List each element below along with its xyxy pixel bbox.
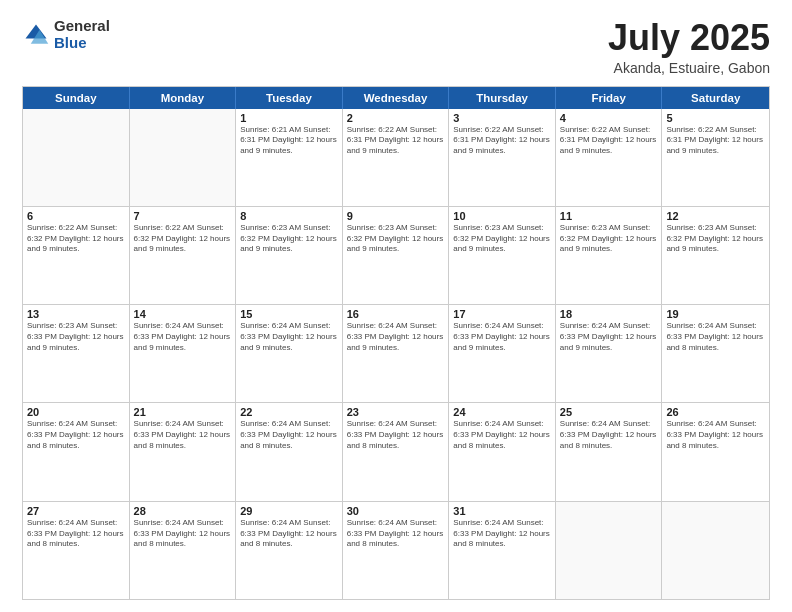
calendar: SundayMondayTuesdayWednesdayThursdayFrid…	[22, 86, 770, 600]
day-info: Sunrise: 6:24 AM Sunset: 6:33 PM Dayligh…	[560, 321, 658, 353]
day-cell-10: 10Sunrise: 6:23 AM Sunset: 6:32 PM Dayli…	[449, 207, 556, 304]
day-cell-9: 9Sunrise: 6:23 AM Sunset: 6:32 PM Daylig…	[343, 207, 450, 304]
day-info: Sunrise: 6:23 AM Sunset: 6:32 PM Dayligh…	[453, 223, 551, 255]
day-number: 9	[347, 210, 445, 222]
day-cell-5: 5Sunrise: 6:22 AM Sunset: 6:31 PM Daylig…	[662, 109, 769, 206]
logo-icon	[22, 21, 50, 49]
header-day-tuesday: Tuesday	[236, 87, 343, 109]
day-info: Sunrise: 6:24 AM Sunset: 6:33 PM Dayligh…	[453, 321, 551, 353]
header-day-sunday: Sunday	[23, 87, 130, 109]
day-cell-16: 16Sunrise: 6:24 AM Sunset: 6:33 PM Dayli…	[343, 305, 450, 402]
day-number: 11	[560, 210, 658, 222]
day-number: 16	[347, 308, 445, 320]
calendar-week-2: 6Sunrise: 6:22 AM Sunset: 6:32 PM Daylig…	[23, 206, 769, 304]
day-cell-21: 21Sunrise: 6:24 AM Sunset: 6:33 PM Dayli…	[130, 403, 237, 500]
day-number: 2	[347, 112, 445, 124]
day-number: 19	[666, 308, 765, 320]
day-cell-13: 13Sunrise: 6:23 AM Sunset: 6:33 PM Dayli…	[23, 305, 130, 402]
day-cell-26: 26Sunrise: 6:24 AM Sunset: 6:33 PM Dayli…	[662, 403, 769, 500]
day-info: Sunrise: 6:24 AM Sunset: 6:33 PM Dayligh…	[347, 518, 445, 550]
day-cell-23: 23Sunrise: 6:24 AM Sunset: 6:33 PM Dayli…	[343, 403, 450, 500]
day-number: 25	[560, 406, 658, 418]
logo: General Blue	[22, 18, 110, 51]
day-cell-31: 31Sunrise: 6:24 AM Sunset: 6:33 PM Dayli…	[449, 502, 556, 599]
day-number: 8	[240, 210, 338, 222]
day-number: 26	[666, 406, 765, 418]
day-cell-2: 2Sunrise: 6:22 AM Sunset: 6:31 PM Daylig…	[343, 109, 450, 206]
page: General Blue July 2025 Akanda, Estuaire,…	[0, 0, 792, 612]
logo-general: General	[54, 17, 110, 34]
day-number: 29	[240, 505, 338, 517]
day-cell-30: 30Sunrise: 6:24 AM Sunset: 6:33 PM Dayli…	[343, 502, 450, 599]
calendar-week-5: 27Sunrise: 6:24 AM Sunset: 6:33 PM Dayli…	[23, 501, 769, 599]
day-cell-27: 27Sunrise: 6:24 AM Sunset: 6:33 PM Dayli…	[23, 502, 130, 599]
day-cell-29: 29Sunrise: 6:24 AM Sunset: 6:33 PM Dayli…	[236, 502, 343, 599]
day-number: 30	[347, 505, 445, 517]
header: General Blue July 2025 Akanda, Estuaire,…	[22, 18, 770, 76]
day-info: Sunrise: 6:22 AM Sunset: 6:31 PM Dayligh…	[453, 125, 551, 157]
day-number: 12	[666, 210, 765, 222]
day-info: Sunrise: 6:24 AM Sunset: 6:33 PM Dayligh…	[666, 321, 765, 353]
header-day-wednesday: Wednesday	[343, 87, 450, 109]
day-info: Sunrise: 6:24 AM Sunset: 6:33 PM Dayligh…	[666, 419, 765, 451]
day-number: 7	[134, 210, 232, 222]
title-block: July 2025 Akanda, Estuaire, Gabon	[608, 18, 770, 76]
day-cell-6: 6Sunrise: 6:22 AM Sunset: 6:32 PM Daylig…	[23, 207, 130, 304]
day-info: Sunrise: 6:23 AM Sunset: 6:32 PM Dayligh…	[560, 223, 658, 255]
day-info: Sunrise: 6:24 AM Sunset: 6:33 PM Dayligh…	[240, 321, 338, 353]
day-cell-24: 24Sunrise: 6:24 AM Sunset: 6:33 PM Dayli…	[449, 403, 556, 500]
day-cell-12: 12Sunrise: 6:23 AM Sunset: 6:32 PM Dayli…	[662, 207, 769, 304]
empty-cell	[556, 502, 663, 599]
empty-cell	[662, 502, 769, 599]
day-info: Sunrise: 6:22 AM Sunset: 6:32 PM Dayligh…	[27, 223, 125, 255]
header-day-saturday: Saturday	[662, 87, 769, 109]
day-number: 22	[240, 406, 338, 418]
day-number: 1	[240, 112, 338, 124]
day-info: Sunrise: 6:21 AM Sunset: 6:31 PM Dayligh…	[240, 125, 338, 157]
calendar-week-1: 1Sunrise: 6:21 AM Sunset: 6:31 PM Daylig…	[23, 109, 769, 206]
day-number: 23	[347, 406, 445, 418]
day-cell-25: 25Sunrise: 6:24 AM Sunset: 6:33 PM Dayli…	[556, 403, 663, 500]
day-number: 4	[560, 112, 658, 124]
day-cell-15: 15Sunrise: 6:24 AM Sunset: 6:33 PM Dayli…	[236, 305, 343, 402]
month-year: July 2025	[608, 18, 770, 58]
day-number: 20	[27, 406, 125, 418]
day-number: 13	[27, 308, 125, 320]
day-number: 18	[560, 308, 658, 320]
day-number: 31	[453, 505, 551, 517]
day-info: Sunrise: 6:24 AM Sunset: 6:33 PM Dayligh…	[453, 518, 551, 550]
logo-text: General Blue	[54, 18, 110, 51]
day-cell-4: 4Sunrise: 6:22 AM Sunset: 6:31 PM Daylig…	[556, 109, 663, 206]
header-day-friday: Friday	[556, 87, 663, 109]
day-cell-22: 22Sunrise: 6:24 AM Sunset: 6:33 PM Dayli…	[236, 403, 343, 500]
day-info: Sunrise: 6:23 AM Sunset: 6:33 PM Dayligh…	[27, 321, 125, 353]
day-number: 27	[27, 505, 125, 517]
day-info: Sunrise: 6:24 AM Sunset: 6:33 PM Dayligh…	[240, 419, 338, 451]
day-cell-7: 7Sunrise: 6:22 AM Sunset: 6:32 PM Daylig…	[130, 207, 237, 304]
location: Akanda, Estuaire, Gabon	[608, 60, 770, 76]
day-info: Sunrise: 6:23 AM Sunset: 6:32 PM Dayligh…	[666, 223, 765, 255]
day-info: Sunrise: 6:24 AM Sunset: 6:33 PM Dayligh…	[453, 419, 551, 451]
day-info: Sunrise: 6:24 AM Sunset: 6:33 PM Dayligh…	[347, 321, 445, 353]
day-cell-19: 19Sunrise: 6:24 AM Sunset: 6:33 PM Dayli…	[662, 305, 769, 402]
day-number: 14	[134, 308, 232, 320]
logo-blue: Blue	[54, 34, 87, 51]
day-number: 10	[453, 210, 551, 222]
day-cell-20: 20Sunrise: 6:24 AM Sunset: 6:33 PM Dayli…	[23, 403, 130, 500]
day-info: Sunrise: 6:24 AM Sunset: 6:33 PM Dayligh…	[27, 518, 125, 550]
day-info: Sunrise: 6:24 AM Sunset: 6:33 PM Dayligh…	[240, 518, 338, 550]
day-number: 6	[27, 210, 125, 222]
day-cell-14: 14Sunrise: 6:24 AM Sunset: 6:33 PM Dayli…	[130, 305, 237, 402]
day-info: Sunrise: 6:23 AM Sunset: 6:32 PM Dayligh…	[347, 223, 445, 255]
day-number: 21	[134, 406, 232, 418]
day-cell-8: 8Sunrise: 6:23 AM Sunset: 6:32 PM Daylig…	[236, 207, 343, 304]
header-day-thursday: Thursday	[449, 87, 556, 109]
day-cell-28: 28Sunrise: 6:24 AM Sunset: 6:33 PM Dayli…	[130, 502, 237, 599]
day-cell-11: 11Sunrise: 6:23 AM Sunset: 6:32 PM Dayli…	[556, 207, 663, 304]
calendar-week-3: 13Sunrise: 6:23 AM Sunset: 6:33 PM Dayli…	[23, 304, 769, 402]
day-number: 17	[453, 308, 551, 320]
calendar-header: SundayMondayTuesdayWednesdayThursdayFrid…	[23, 87, 769, 109]
day-number: 24	[453, 406, 551, 418]
calendar-body: 1Sunrise: 6:21 AM Sunset: 6:31 PM Daylig…	[23, 109, 769, 599]
day-info: Sunrise: 6:24 AM Sunset: 6:33 PM Dayligh…	[134, 518, 232, 550]
